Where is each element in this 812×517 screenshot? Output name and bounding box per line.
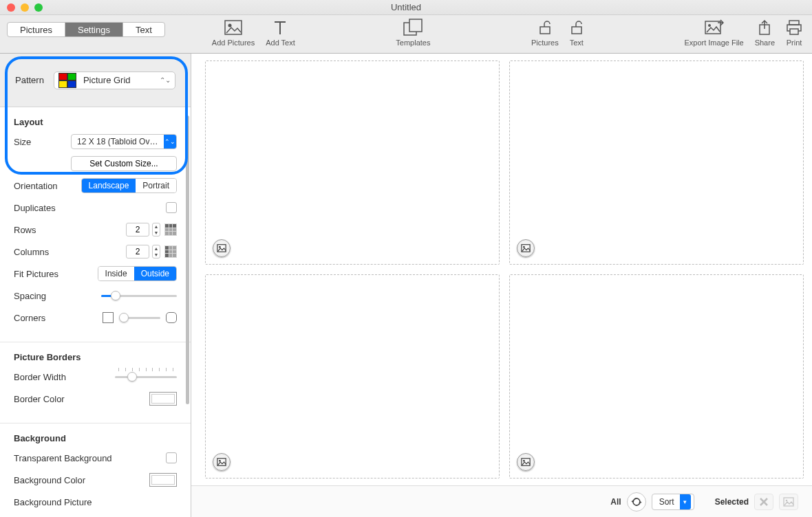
templates-button[interactable]: Templates bbox=[396, 18, 430, 47]
refresh-icon bbox=[631, 496, 642, 507]
border-color-label: Border Color bbox=[14, 394, 89, 404]
sidebar-tabs: Pictures Settings Text bbox=[7, 22, 165, 37]
pattern-swatch-icon bbox=[58, 73, 76, 88]
rows-grid-icon bbox=[164, 223, 177, 236]
unlock-icon bbox=[570, 18, 583, 37]
add-pictures-button[interactable]: Add Pictures bbox=[212, 18, 255, 47]
sidebar: Pattern Picture Grid ⌃⌄ Layout Size 12 X… bbox=[0, 54, 191, 517]
corners-label: Corners bbox=[14, 313, 69, 323]
tab-text[interactable]: Text bbox=[123, 23, 164, 36]
canvas-area: All Sort ▾ Selected bbox=[191, 54, 812, 517]
picture-placeholder-icon bbox=[213, 239, 231, 257]
picture-slot[interactable] bbox=[205, 274, 500, 478]
background-picture-label: Background Picture bbox=[14, 497, 110, 507]
set-custom-size-button[interactable]: Set Custom Size... bbox=[71, 156, 177, 171]
spacing-label: Spacing bbox=[14, 291, 69, 301]
svg-point-15 bbox=[523, 246, 525, 248]
window-title: Untitled bbox=[0, 2, 812, 12]
add-text-button[interactable]: Add Text bbox=[266, 18, 295, 47]
fit-segmented: Inside Outside bbox=[98, 266, 177, 281]
svg-point-17 bbox=[219, 460, 221, 462]
share-icon bbox=[758, 18, 771, 37]
spacing-slider[interactable] bbox=[101, 289, 177, 302]
picture-slot[interactable] bbox=[205, 60, 500, 265]
columns-stepper[interactable]: ▲▼ bbox=[126, 245, 160, 258]
remove-selected-button[interactable] bbox=[754, 494, 773, 510]
transparent-bg-checkbox[interactable] bbox=[166, 452, 177, 463]
chevron-updown-icon: ⌃⌄ bbox=[164, 135, 176, 148]
picture-placeholder-icon bbox=[213, 453, 231, 471]
svg-point-13 bbox=[219, 246, 221, 248]
size-select[interactable]: 12 X 18 (Tabloid Ov… ⌃⌄ bbox=[71, 134, 177, 149]
transparent-bg-label: Transparent Background bbox=[14, 453, 131, 463]
titlebar: Untitled bbox=[0, 0, 812, 15]
corners-round-icon bbox=[166, 312, 177, 323]
orientation-landscape[interactable]: Landscape bbox=[82, 179, 136, 192]
layout-heading: Layout bbox=[14, 117, 177, 127]
tab-settings[interactable]: Settings bbox=[65, 23, 123, 36]
svg-point-21 bbox=[786, 499, 788, 501]
templates-icon bbox=[403, 18, 423, 37]
insert-selected-button[interactable] bbox=[779, 494, 798, 510]
background-color-label: Background Color bbox=[14, 475, 110, 485]
picture-placeholder-icon bbox=[517, 453, 535, 471]
rows-input[interactable] bbox=[126, 223, 149, 236]
columns-label: Columns bbox=[14, 247, 69, 257]
unlock-icon bbox=[539, 18, 551, 37]
close-icon bbox=[759, 497, 769, 507]
rows-stepper[interactable]: ▲▼ bbox=[126, 223, 160, 236]
svg-rect-3 bbox=[409, 19, 422, 32]
export-image-button[interactable]: Export Image File bbox=[684, 18, 743, 47]
picture-slot[interactable] bbox=[509, 274, 804, 478]
selected-label: Selected bbox=[715, 497, 749, 507]
all-label: All bbox=[610, 497, 621, 507]
corners-slider[interactable] bbox=[119, 311, 160, 324]
picture-icon bbox=[783, 497, 794, 507]
toolbar: Pictures Settings Text Add Pictures Add … bbox=[0, 15, 812, 54]
refresh-button[interactable] bbox=[627, 492, 646, 512]
picture-plus-icon bbox=[224, 18, 242, 37]
svg-rect-4 bbox=[540, 27, 550, 34]
size-label: Size bbox=[14, 137, 69, 147]
pattern-label: Pattern bbox=[15, 75, 44, 85]
export-icon bbox=[705, 18, 724, 37]
lock-text-button[interactable]: Text bbox=[570, 18, 584, 47]
duplicates-checkbox[interactable] bbox=[166, 202, 177, 213]
orientation-portrait[interactable]: Portrait bbox=[136, 179, 176, 192]
fit-inside[interactable]: Inside bbox=[98, 267, 134, 280]
background-color-well[interactable] bbox=[149, 473, 177, 487]
svg-rect-11 bbox=[790, 29, 798, 34]
fit-pictures-label: Fit Pictures bbox=[14, 269, 69, 279]
svg-rect-9 bbox=[789, 21, 799, 25]
text-icon bbox=[273, 18, 287, 37]
orientation-label: Orientation bbox=[14, 181, 69, 191]
corners-square-icon bbox=[103, 312, 114, 323]
print-icon bbox=[786, 18, 802, 37]
chevron-updown-icon: ⌃⌄ bbox=[160, 76, 171, 84]
svg-point-7 bbox=[708, 24, 711, 27]
columns-input[interactable] bbox=[126, 245, 149, 258]
borders-heading: Picture Borders bbox=[14, 352, 177, 362]
pattern-select[interactable]: Picture Grid ⌃⌄ bbox=[54, 72, 175, 89]
svg-point-1 bbox=[228, 24, 231, 28]
sort-select[interactable]: Sort ▾ bbox=[652, 494, 694, 510]
rows-label: Rows bbox=[14, 225, 69, 235]
share-button[interactable]: Share bbox=[755, 18, 775, 47]
bottom-bar: All Sort ▾ Selected bbox=[191, 485, 812, 517]
lock-pictures-button[interactable]: Pictures bbox=[531, 18, 559, 47]
border-width-label: Border Width bbox=[14, 372, 89, 382]
svg-point-19 bbox=[523, 460, 525, 462]
svg-rect-5 bbox=[572, 27, 581, 34]
duplicates-label: Duplicates bbox=[14, 203, 69, 213]
tab-pictures[interactable]: Pictures bbox=[8, 23, 65, 36]
fit-outside[interactable]: Outside bbox=[134, 267, 176, 280]
columns-grid-icon bbox=[164, 245, 177, 258]
border-color-well[interactable] bbox=[149, 392, 177, 406]
picture-slot[interactable] bbox=[509, 60, 804, 265]
orientation-segmented: Landscape Portrait bbox=[81, 178, 177, 193]
print-button[interactable]: Print bbox=[786, 18, 802, 47]
chevron-down-icon: ▾ bbox=[680, 494, 691, 509]
background-heading: Background bbox=[14, 433, 177, 443]
border-width-slider[interactable] bbox=[115, 370, 177, 384]
picture-placeholder-icon bbox=[517, 239, 535, 257]
